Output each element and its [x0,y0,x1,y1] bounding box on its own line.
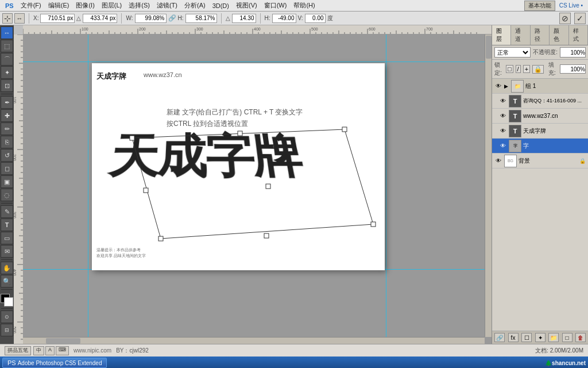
tab-layers[interactable]: 图层 [492,25,511,45]
lock-image-btn[interactable]: / [516,65,521,73]
new-adjustment-button[interactable]: ✦ [535,333,546,342]
menu-layer[interactable]: 图层(L) [99,1,125,10]
menu-help[interactable]: 帮助(H) [291,1,318,10]
cancel-transform-button[interactable]: ⊘ [559,13,571,24]
layer-tiancheng[interactable]: 👁 T 天成字牌 [492,124,588,139]
lock-position-btn[interactable]: + [523,65,530,73]
lock-transparency-btn[interactable]: □ [506,65,513,73]
taskbar-ps-app[interactable]: PS Adobe Photoshop CS5 Extended [2,358,107,368]
history-tool[interactable]: ↺ [1,149,13,162]
eye-icon-3[interactable]: 👁 [499,127,507,135]
move-tool[interactable]: ↔ [1,26,13,39]
dodge-tool[interactable]: ◌ [1,189,13,201]
crop-tool[interactable]: ⊡ [1,79,13,92]
handle-br[interactable] [371,222,376,227]
background-color[interactable] [4,297,13,306]
fill-input[interactable] [560,64,586,74]
handle-bl[interactable] [158,236,163,241]
eye-icon-2[interactable]: 👁 [499,112,507,120]
ime-btn3[interactable]: ⌨ [56,346,69,355]
ime-button[interactable]: 拼品五笔 [5,346,31,355]
lasso-tool[interactable]: ⌒ [1,53,13,66]
confirm-transform-button[interactable]: ✓ [574,13,586,24]
handle-tm[interactable] [238,131,242,136]
layer-url[interactable]: 👁 T www.wz37.cn [492,109,588,124]
v-input[interactable] [305,14,326,23]
tab-channels[interactable]: 通道 [511,25,530,45]
menu-filter[interactable]: 滤镜(T) [154,1,180,10]
eye-icon-1[interactable]: 👁 [499,97,507,105]
vscroll-thumb[interactable] [486,36,492,59]
quick-select-tool[interactable]: ✦ [1,66,13,79]
new-layer-button[interactable]: □ [562,333,572,342]
layer-group[interactable]: 👁 ▶ 📁 组 1 [492,79,588,94]
eyedropper-tool[interactable]: ✒ [1,96,13,109]
handle-tr[interactable] [342,127,347,132]
screen-mode-icon[interactable]: ⊟ [1,324,13,336]
shape-tool[interactable]: ▭ [1,232,13,244]
canvas-scroll[interactable]: 天成字牌 www.wz37.cn 新建 文字(给自己打广告) CTRL + T … [23,34,492,344]
y-input[interactable] [83,14,117,23]
eye-icon-5[interactable]: 👁 [494,157,502,165]
menu-edit[interactable]: 编辑(E) [45,1,72,10]
angle-input[interactable] [232,14,256,23]
hand-tool[interactable]: ✋ [1,262,13,274]
menu-file[interactable]: 文件(F) [18,1,44,10]
handle-bm[interactable] [264,233,269,238]
svg-text:200: 200 [14,154,17,161]
menu-image[interactable]: 图像(I) [73,1,97,10]
handle-mr[interactable] [266,184,270,189]
marquee-tool[interactable]: ⬚ [1,40,13,52]
ime-btn1[interactable]: 中 [33,346,44,355]
h-input[interactable] [185,14,217,23]
h2-input[interactable] [272,14,296,23]
move-icon[interactable]: ↔ [14,13,25,24]
quick-mask-icon[interactable]: ⊙ [1,310,13,323]
ps-logo[interactable]: PS [2,2,17,10]
group-arrow[interactable]: ▶ [504,83,508,89]
new-group-button[interactable]: 📁 [548,333,559,342]
w-input[interactable] [135,14,167,23]
eye-icon-group[interactable]: 👁 [494,82,502,90]
transform-icon[interactable]: ⊹ [2,13,13,24]
path-tool[interactable]: ✎ [1,205,13,218]
menu-3d[interactable]: 3D(D) [210,2,232,10]
handle-ml[interactable] [144,188,148,193]
layer-qq-text[interactable]: 👁 T 咨询QQ：41-1616-009 ... [492,94,588,109]
brush-tool[interactable]: ✏ [1,122,13,135]
tab-color[interactable]: 颜色 [550,25,568,45]
link-layers-button[interactable]: 🔗 [494,333,505,342]
add-mask-button[interactable]: ☐ [521,333,532,342]
delete-layer-button[interactable]: 🗑 [575,333,586,342]
layer-zi[interactable]: 👁 字 字 [492,139,588,154]
opacity-input[interactable] [560,47,586,57]
tab-paths[interactable]: 路径 [531,25,550,45]
menu-window[interactable]: 窗口(W) [261,1,290,10]
layer-style-button[interactable]: fx [508,333,519,342]
clone-tool[interactable]: ⎘ [1,136,13,148]
workspace-label[interactable]: 基本功能 [524,1,555,11]
notes-tool[interactable]: ✉ [1,245,13,258]
layer-background[interactable]: 👁 BG 背景 🔒 [492,154,588,168]
eraser-tool[interactable]: ◻ [1,162,13,175]
live-label[interactable]: CS Live • [556,2,586,9]
heal-tool[interactable]: ✚ [1,109,13,122]
tab-styles[interactable]: 样式 [569,25,588,45]
vertical-scrollbar[interactable] [485,34,492,337]
handle-tl[interactable] [130,136,134,140]
lock-all-btn[interactable]: 🔒 [532,65,544,74]
menu-select[interactable]: 选择(S) [126,1,153,10]
gradient-tool[interactable]: ▣ [1,175,13,188]
blend-mode-select[interactable]: 正常 [494,47,531,57]
zoom-tool[interactable]: 🔍 [1,275,13,288]
x-input[interactable] [40,14,75,23]
eye-icon-4[interactable]: 👁 [499,142,507,150]
menu-view[interactable]: 视图(V) [233,1,260,10]
hscroll-thumb[interactable] [46,338,80,344]
ime-btn2[interactable]: A [45,346,55,355]
link-wh-icon[interactable]: 🔗 [168,14,176,22]
type-tool[interactable]: T [1,218,13,231]
horizontal-scrollbar[interactable] [23,337,485,344]
color-swatch[interactable] [1,294,13,306]
menu-analysis[interactable]: 分析(A) [181,1,208,10]
